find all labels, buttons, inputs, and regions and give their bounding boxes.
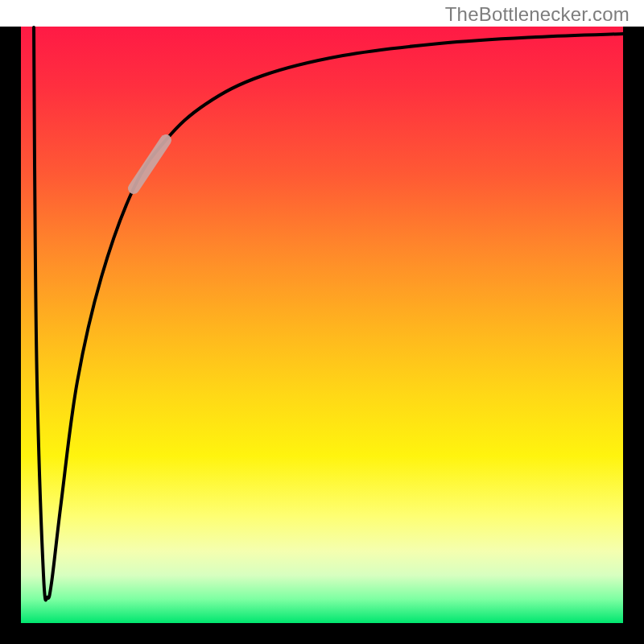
axis-bottom bbox=[0, 623, 644, 644]
axis-left bbox=[0, 27, 21, 623]
plot-area bbox=[21, 27, 623, 623]
chart-frame bbox=[0, 27, 644, 644]
chart-stage: TheBottlenecker.com bbox=[0, 0, 644, 644]
curve-svg bbox=[21, 27, 623, 623]
axis-right bbox=[623, 27, 644, 623]
attribution-label: TheBottlenecker.com bbox=[445, 3, 630, 26]
curve-highlight bbox=[134, 140, 166, 188]
bottleneck-curve bbox=[34, 27, 623, 600]
